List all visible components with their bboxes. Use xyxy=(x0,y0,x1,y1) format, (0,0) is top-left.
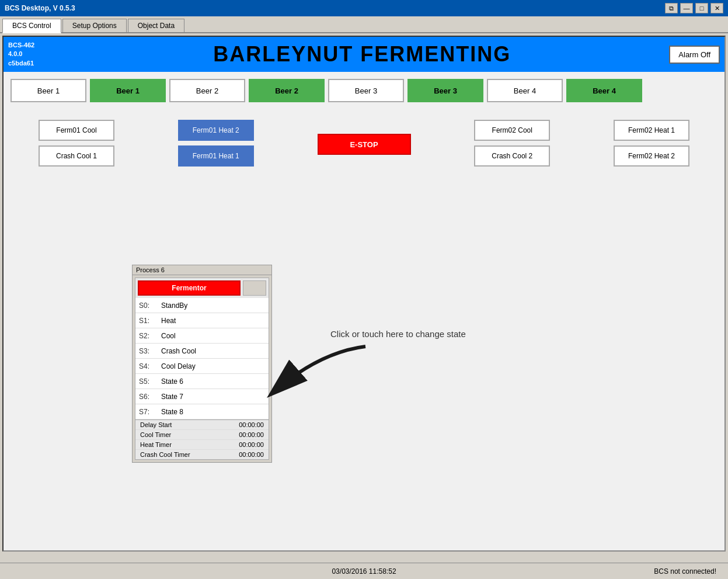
state-id-s7: S7: xyxy=(135,408,159,416)
annotation-arrow xyxy=(225,341,377,411)
state-name-s1: Heat xyxy=(159,317,269,325)
ferm02-cool-button[interactable]: Ferm02 Cool xyxy=(474,120,550,141)
maximize-button[interactable]: □ xyxy=(695,3,708,13)
header-info: BCS-462 4.0.0 c5bda61 xyxy=(8,41,55,68)
state-id-s0: S0: xyxy=(135,301,159,310)
timer-label-heat: Heat Timer xyxy=(140,441,172,448)
timer-row-heat: Heat Timer 00:00:00 xyxy=(135,440,269,450)
timer-label-cool: Cool Timer xyxy=(140,431,171,438)
state-row-s0[interactable]: S0: StandBy xyxy=(135,298,269,313)
tab-setup-options[interactable]: Setup Options xyxy=(62,19,127,32)
state-id-s4: S4: xyxy=(135,362,159,370)
state-id-s1: S1: xyxy=(135,317,159,325)
crash-cool-2-button[interactable]: Crash Cool 2 xyxy=(474,145,550,167)
title-bar: BCS Desktop, V 0.5.3 ⧉ — □ ✕ xyxy=(0,0,728,16)
fermentor-button[interactable]: Fermentor xyxy=(138,280,241,296)
beer4-white-button[interactable]: Beer 4 xyxy=(487,79,563,102)
control-group-mid-left: Ferm01 Heat 2 Ferm01 Heat 1 xyxy=(178,120,254,167)
state-row-s1[interactable]: S1: Heat xyxy=(135,313,269,328)
timer-value-delay: 00:00:00 xyxy=(239,421,264,428)
beer3-white-button[interactable]: Beer 3 xyxy=(328,79,404,102)
beer-row: Beer 1 Beer 1 Beer 2 Beer 2 Beer 3 Beer … xyxy=(4,72,724,102)
window-controls: ⧉ — □ ✕ xyxy=(665,3,723,13)
status-bar: 03/03/2016 11:58:52 BCS not connected! xyxy=(0,563,728,579)
timer-row-crash: Crash Cool Timer 00:00:00 xyxy=(135,450,269,459)
tab-object-data[interactable]: Object Data xyxy=(128,19,184,32)
beer1-white-button[interactable]: Beer 1 xyxy=(11,79,86,102)
ferm01-heat2-button[interactable]: Ferm01 Heat 2 xyxy=(178,120,254,141)
state-id-s2: S2: xyxy=(135,332,159,340)
state-id-s3: S3: xyxy=(135,347,159,355)
crash-cool-1-button[interactable]: Crash Cool 1 xyxy=(39,145,114,167)
timer-row-delay: Delay Start 00:00:00 xyxy=(135,420,269,430)
status-datetime: 03/03/2016 11:58:52 xyxy=(332,567,396,575)
timer-value-heat: 00:00:00 xyxy=(239,441,264,448)
tab-bcs-control[interactable]: BCS Control xyxy=(2,19,61,33)
timer-section: Delay Start 00:00:00 Cool Timer 00:00:00… xyxy=(135,419,269,459)
state-id-s6: S6: xyxy=(135,393,159,401)
close-button[interactable]: ✕ xyxy=(710,3,723,13)
beer2-green-button[interactable]: Beer 2 xyxy=(249,79,325,102)
state-name-s0: StandBy xyxy=(159,301,269,310)
beer1-green-button[interactable]: Beer 1 xyxy=(90,79,166,102)
timer-label-delay: Delay Start xyxy=(140,421,172,428)
ferm02-heat1-button[interactable]: Ferm02 Heat 1 xyxy=(614,120,689,141)
control-group-right: Ferm02 Heat 1 Ferm02 Heat 2 xyxy=(614,120,689,167)
state-id-s5: S5: xyxy=(135,377,159,386)
ferm01-heat1-button[interactable]: Ferm01 Heat 1 xyxy=(178,145,254,167)
alarm-button[interactable]: Alarm Off xyxy=(669,46,720,64)
control-area: Ferm01 Cool Crash Cool 1 Ferm01 Heat 2 F… xyxy=(4,108,724,178)
state-name-s2: Cool xyxy=(159,332,269,340)
beer4-green-button[interactable]: Beer 4 xyxy=(566,79,642,102)
restore-button[interactable]: ⧉ xyxy=(665,3,678,13)
main-content: BCS-462 4.0.0 c5bda61 BARLEYNUT FERMENTI… xyxy=(2,36,726,552)
timer-value-cool: 00:00:00 xyxy=(239,431,264,438)
timer-label-crash: Crash Cool Timer xyxy=(140,451,190,458)
beer2-white-button[interactable]: Beer 2 xyxy=(169,79,245,102)
ferm01-cool-button[interactable]: Ferm01 Cool xyxy=(39,120,114,141)
control-group-mid-right: Ferm02 Cool Crash Cool 2 xyxy=(474,120,550,167)
control-group-center: E-STOP xyxy=(318,120,411,167)
status-right: BCS not connected! xyxy=(654,567,716,575)
header-banner: BCS-462 4.0.0 c5bda61 BARLEYNUT FERMENTI… xyxy=(4,37,724,72)
process-title: Process 6 xyxy=(133,265,271,275)
process-header-row: Fermentor xyxy=(135,278,269,298)
tab-bar: BCS Control Setup Options Object Data xyxy=(0,16,728,33)
header-title: BARLEYNUT FERMENTING xyxy=(55,42,669,67)
annotation-text: Click or touch here to change state xyxy=(330,329,466,339)
timer-row-cool: Cool Timer 00:00:00 xyxy=(135,430,269,440)
ferm02-heat2-button[interactable]: Ferm02 Heat 2 xyxy=(614,145,689,167)
estop-button[interactable]: E-STOP xyxy=(318,134,411,155)
control-group-left: Ferm01 Cool Crash Cool 1 xyxy=(39,120,114,167)
window-title: BCS Desktop, V 0.5.3 xyxy=(5,4,75,12)
timer-value-crash: 00:00:00 xyxy=(239,451,264,458)
minimize-button[interactable]: — xyxy=(680,3,693,13)
fermentor-btn2[interactable] xyxy=(243,280,266,296)
beer3-green-button[interactable]: Beer 3 xyxy=(407,79,483,102)
